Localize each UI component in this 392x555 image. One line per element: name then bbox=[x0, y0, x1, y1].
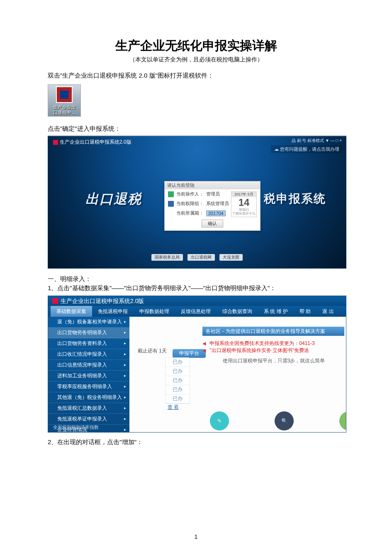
calendar-lunar: 丁酉年四月十九 bbox=[231, 212, 256, 215]
action-backup-label: 单机数据备份 bbox=[210, 432, 229, 433]
role-label: 当前权限组： bbox=[176, 200, 204, 207]
info-area: ◀ 申报系统全国免费技术支持热线变更为：0411-3 ◀ "出口退税申报系统操作… bbox=[202, 340, 345, 364]
done-badge: 已办 bbox=[166, 358, 190, 367]
step-2-text: 2、在出现的对话框，点击"增加"： bbox=[48, 438, 344, 447]
screenshot-login: 生产企业出口退税申报系统2.0版 品 刷 号 标准模式 ▼ — □ × ☁ 您有… bbox=[48, 136, 346, 269]
login-dialog: 请认当前登陆 当前操作人： 管理员 当前权限组： 系统管理员 当前所属期： 20… bbox=[164, 181, 261, 231]
side-item[interactable]: 免抵退税单证申报录入▸ bbox=[48, 414, 129, 425]
action-credit-label: 信用 bbox=[339, 432, 346, 433]
announcement-red-2: "出口退税申报系统操作实务·立体图书"免费送 bbox=[209, 347, 309, 353]
doc-subtitle: （本文以单证齐全为例，且必须在税控电脑上操作） bbox=[48, 56, 344, 64]
side-item[interactable]: 出口货物劳务资料录入▸ bbox=[48, 338, 129, 349]
announcement-grey: 使用出口退税申报平台，只需3步，就这么简单 bbox=[202, 357, 345, 364]
footer-link-1[interactable]: 国家税务总局 bbox=[151, 254, 183, 261]
calendar-day: 14 bbox=[231, 197, 256, 208]
action-activate[interactable]: 🔍 云激活 bbox=[275, 411, 294, 433]
brand-logo-left: 出口退税 bbox=[85, 190, 142, 208]
bullet-icon: ◀ bbox=[202, 341, 206, 346]
side-item[interactable]: 免抵退税汇总数据录入▸ bbox=[48, 403, 129, 414]
role-value: 系统管理员 bbox=[206, 200, 229, 207]
action-activate-label: 云激活 bbox=[275, 432, 294, 433]
done-badge: 已办 bbox=[166, 394, 190, 403]
menu-maintain[interactable]: 系 统 维 护 bbox=[258, 306, 294, 317]
paragraph-open-software: 双击"生产企业出口退税申报系统 2.0 版"图标打开退税软件： bbox=[48, 71, 344, 80]
window-controls[interactable]: 品 刷 号 标准模式 ▼ — □ × bbox=[292, 138, 342, 144]
user-icon bbox=[168, 191, 174, 197]
confirm-button[interactable]: 确认 bbox=[202, 220, 223, 227]
window-title-2-text: 生产企业出口退税申报系统2.0版 bbox=[61, 296, 144, 306]
window-title-text: 生产企业出口退税申报系统2.0版 bbox=[60, 139, 131, 146]
done-badge: 已办 bbox=[166, 385, 190, 394]
screenshot-menu: 生产企业出口退税申报系统2.0版 基础数据采集 免抵退税申报 申报数据处理 反馈… bbox=[48, 296, 346, 433]
menu-exit[interactable]: 退 出 bbox=[317, 306, 339, 317]
tab-platform[interactable]: 申报平台 bbox=[173, 349, 206, 358]
calendar-weekday: 星期日 bbox=[231, 208, 256, 212]
side-nav: 退（免）税备案相关申请录入▸ 出口货物劳务明细录入▸ 出口货物劳务资料录入▸ 出… bbox=[48, 317, 129, 432]
menu-exempt-refund[interactable]: 免抵退税申报 bbox=[92, 306, 134, 317]
footer-links: 国家税务总局 出口退税网 大连龙图 bbox=[48, 254, 346, 261]
lookup-link[interactable]: 查 看 bbox=[168, 404, 179, 411]
side-item[interactable]: 零税率应税服务明细录入▸ bbox=[48, 381, 129, 392]
desktop-app-icon[interactable]: 生产企业出 口退税申... bbox=[48, 84, 81, 117]
side-item[interactable]: 出口信息情况申报录入▸ bbox=[48, 360, 129, 371]
section-1-heading: 一、明细录入： bbox=[48, 274, 344, 284]
side-item[interactable]: 进料加工业务明细录入▸ bbox=[48, 371, 129, 381]
menu-help[interactable]: 帮 助 bbox=[294, 306, 317, 317]
side-item[interactable]: 退（免）税备案相关申请录入▸ bbox=[48, 317, 129, 328]
footer-link-2[interactable]: 出口退税网 bbox=[187, 254, 215, 261]
done-badge: 已办 bbox=[166, 376, 190, 385]
menu-query[interactable]: 综合数据查询 bbox=[217, 306, 258, 317]
done-list: 已办 已办 已办 已办 已办 bbox=[165, 357, 190, 404]
top-banner[interactable]: 务社区－为您提供出口退税全面的业务指导及解决方案 bbox=[202, 327, 344, 336]
side-item[interactable]: 出口货物劳务明细录入▸ bbox=[48, 328, 129, 338]
period-label: 当前所属期： bbox=[176, 210, 204, 216]
menu-basic-data[interactable]: 基础数据采集 bbox=[51, 306, 92, 317]
side-item[interactable]: 出口收汇情况申报录入▸ bbox=[48, 349, 129, 360]
group-icon bbox=[168, 201, 174, 207]
period-input[interactable]: 201704 bbox=[206, 210, 226, 216]
app-icon-label: 生产企业出 口退税申... bbox=[50, 105, 79, 115]
action-credit[interactable]: 📄 信用 bbox=[339, 411, 346, 433]
side-item[interactable]: 其他退（免）税业务明细录入▸ bbox=[48, 392, 129, 403]
calendar-widget: 2017年 5月 14 星期日 丁酉年四月十九 bbox=[231, 191, 257, 217]
deadline-text: 截止还有 1天 bbox=[138, 347, 167, 355]
notice-bar[interactable]: ☁ 您有问题提醒，请点击我办理 bbox=[271, 145, 343, 153]
app-logo-icon bbox=[53, 140, 58, 145]
window-title-2: 生产企业出口退税申报系统2.0版 bbox=[48, 296, 346, 306]
app-logo-icon bbox=[52, 298, 58, 304]
brand-logo-right: 税申报系统 bbox=[264, 191, 326, 207]
window-title: 生产企业出口退税申报系统2.0版 bbox=[53, 139, 131, 146]
main-menu-bar: 基础数据采集 免抵退税申报 申报数据处理 反馈信息处理 综合数据查询 系 统 维… bbox=[48, 306, 346, 317]
paragraph-click-confirm: 点击"确定"进入申报系统： bbox=[48, 124, 344, 133]
bullet-icon: ◀ bbox=[202, 348, 206, 353]
step-1-text: 1、点击"基础数据采集"——"出口货物劳务明细录入"——"出口货物明细申报录入"… bbox=[48, 284, 344, 292]
app-icon-image bbox=[56, 86, 73, 103]
operator-label: 当前操作人： bbox=[176, 191, 204, 197]
operator-value: 管理员 bbox=[206, 191, 220, 197]
doc-icon: 📄 bbox=[339, 411, 346, 430]
doc-title: 生产企业无纸化申报实操详解 bbox=[48, 37, 344, 54]
page-number: 1 bbox=[0, 533, 392, 540]
search-icon: 🔍 bbox=[275, 411, 294, 430]
main-panel: 务社区－为您提供出口退税全面的业务指导及解决方案 截止还有 1天 申报平台 ◀ … bbox=[129, 317, 346, 432]
side-bottom-text: 全面税则税则清库指数 bbox=[53, 424, 99, 430]
action-backup[interactable]: ✎ 单机数据备份 bbox=[210, 411, 229, 433]
done-badge: 已办 bbox=[166, 367, 190, 376]
login-header: 请认当前登陆 bbox=[165, 181, 260, 189]
menu-declare-process[interactable]: 申报数据处理 bbox=[134, 306, 175, 317]
footer-link-3[interactable]: 大连龙图 bbox=[219, 254, 243, 261]
menu-feedback[interactable]: 反馈信息处理 bbox=[175, 306, 217, 317]
announcement-red-1: 申报系统全国免费技术支持热线变更为：0411-3 bbox=[209, 340, 314, 346]
edit-icon: ✎ bbox=[210, 411, 229, 430]
